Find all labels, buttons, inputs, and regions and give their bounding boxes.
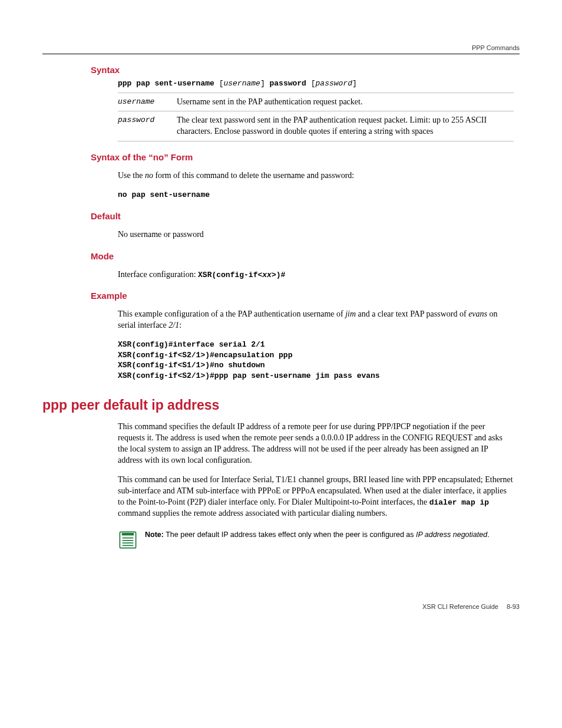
text: The peer default IP address takes effect… bbox=[164, 531, 416, 539]
example-text: This example configuration of a the PAP … bbox=[118, 309, 514, 331]
param-desc: The clear text password sent in the PAP … bbox=[177, 111, 514, 141]
param-name: password bbox=[118, 111, 177, 141]
note-label: Note: bbox=[145, 531, 164, 539]
svg-rect-1 bbox=[122, 533, 134, 535]
parameter-table: username Username sent in the PAP authen… bbox=[118, 93, 514, 142]
note-text: Note: The peer default IP address takes … bbox=[145, 530, 490, 540]
section-mode: Mode bbox=[91, 251, 520, 261]
syntax-kw: password bbox=[270, 79, 306, 88]
text-ital: IP address negotiated bbox=[416, 531, 487, 539]
example-code: XSR(config)#interface serial 2/1 XSR(con… bbox=[118, 340, 514, 381]
bracket: ] bbox=[260, 79, 265, 88]
text-ital: 2/1 bbox=[168, 321, 179, 330]
section-default: Default bbox=[91, 211, 520, 221]
footer-page: 8-93 bbox=[507, 603, 520, 610]
prompt-var: xx bbox=[262, 271, 272, 279]
section-example: Example bbox=[91, 291, 520, 301]
note-icon bbox=[118, 530, 138, 550]
text: Interface configuration: bbox=[118, 270, 198, 279]
mode-text: Interface configuration: XSR(config-if<x… bbox=[118, 269, 514, 281]
page-footer: XSR CLI Reference Guide 8-93 bbox=[42, 603, 520, 610]
text-ital: no bbox=[145, 171, 153, 180]
text-ital: jim bbox=[345, 309, 356, 318]
text: : bbox=[179, 321, 181, 330]
cmd2-para2: This command can be used for Interface S… bbox=[118, 475, 514, 519]
text-ital: evans bbox=[468, 309, 487, 318]
text: This example configuration of a the PAP … bbox=[118, 309, 345, 318]
page-header: PPP Commands bbox=[42, 44, 520, 54]
syntax-arg: password bbox=[316, 79, 352, 88]
text: Use the bbox=[118, 171, 145, 180]
note-block: Note: The peer default IP address takes … bbox=[118, 530, 514, 550]
bracket: [ bbox=[311, 79, 316, 88]
syntax-arg: username bbox=[223, 79, 260, 88]
text: form of this command to delete the usern… bbox=[153, 171, 354, 180]
bracket: ] bbox=[352, 79, 357, 88]
footer-guide: XSR CLI Reference Guide bbox=[422, 603, 498, 610]
section-syntax: Syntax bbox=[91, 65, 520, 75]
syntax-command-line: ppp pap sent-username [username] passwor… bbox=[118, 78, 514, 89]
syntax-kw: ppp pap sent-username bbox=[118, 79, 214, 88]
section-noform: Syntax of the “no” Form bbox=[91, 152, 520, 162]
param-name: username bbox=[118, 93, 177, 111]
cmd2-para1: This command specifies the default IP ad… bbox=[118, 421, 514, 466]
param-desc: Username sent in the PAP authentication … bbox=[177, 93, 514, 111]
command-heading: ppp peer default ip address bbox=[42, 397, 520, 413]
noform-text: Use the no form of this command to delet… bbox=[118, 170, 514, 182]
table-row: password The clear text password sent in… bbox=[118, 111, 514, 141]
inline-cmd: dialer map ip bbox=[429, 498, 489, 507]
table-row: username Username sent in the PAP authen… bbox=[118, 93, 514, 111]
text: . bbox=[487, 531, 489, 539]
prompt: XSR(config-if< bbox=[198, 271, 262, 279]
text: and a clear text PAP password of bbox=[356, 309, 468, 318]
text: command supplies the remote address asso… bbox=[118, 509, 387, 518]
prompt: >)# bbox=[272, 271, 285, 279]
noform-cmd: no pap sent-username bbox=[118, 190, 514, 200]
default-text: No username or password bbox=[118, 229, 514, 241]
